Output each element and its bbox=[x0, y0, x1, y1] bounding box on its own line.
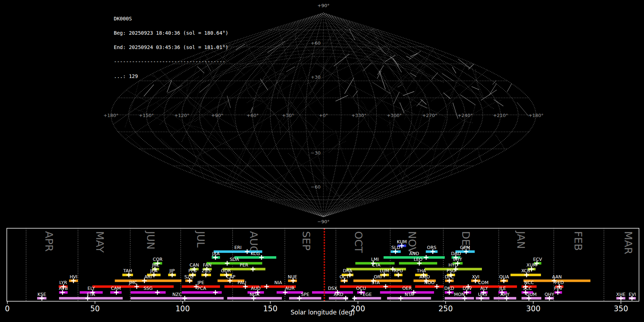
shower-code-label: LMI bbox=[371, 257, 379, 262]
begin-time-line: Beg: 20250923 18:40:36 (sol = 180.64°) bbox=[114, 31, 228, 35]
peak-marker bbox=[424, 255, 429, 260]
track-arc bbox=[383, 102, 449, 223]
shower-code-label: SCC bbox=[523, 286, 532, 291]
track-arc bbox=[259, 119, 319, 221]
track-arc bbox=[407, 25, 449, 89]
shower-dkd: DKD bbox=[444, 286, 454, 295]
header-separator: ------------------------------------- bbox=[114, 59, 228, 64]
shower-qhy: QHY bbox=[545, 292, 554, 301]
end-time-line: End: 20250924 03:45:36 (sol = 181.01°) bbox=[114, 45, 228, 50]
track-arc bbox=[288, 153, 390, 239]
track-arc bbox=[280, 16, 373, 128]
track-arc bbox=[238, 6, 307, 100]
peak-marker bbox=[213, 290, 218, 295]
shower-ors: ORS bbox=[426, 245, 438, 254]
sky-map-and-timeline-plot: +180°+150°+120°+90°+60°+30°+0°+330°+300°… bbox=[0, 0, 644, 322]
shower-ahy: AHY bbox=[494, 292, 516, 301]
month-label-may: MAY bbox=[94, 231, 106, 253]
map-longitude-label: +150° bbox=[139, 113, 154, 118]
meteor-segment bbox=[403, 92, 414, 96]
track-arc bbox=[307, 0, 365, 77]
track-arc bbox=[188, 126, 221, 145]
peak-marker bbox=[399, 296, 403, 301]
track-arc bbox=[360, 0, 403, 84]
shower-code-label: KCG bbox=[251, 251, 260, 256]
meteor-segment bbox=[251, 107, 253, 113]
shower-code-label: TAH bbox=[123, 268, 132, 273]
track-arc bbox=[264, 59, 288, 77]
meteor-segment bbox=[267, 42, 285, 53]
shower-code-label: AMO bbox=[419, 274, 430, 279]
track-arc bbox=[166, 77, 241, 164]
track-arc bbox=[62, 102, 181, 181]
shower-code-label: ORI bbox=[374, 274, 382, 279]
month-label-mar: MAR bbox=[622, 231, 634, 254]
shower-bar bbox=[289, 297, 321, 299]
track-arc bbox=[370, 73, 408, 112]
track-arc bbox=[267, 192, 298, 212]
shower-code-label: NOO bbox=[424, 280, 435, 285]
track-arc bbox=[278, 76, 286, 98]
meteor-segment bbox=[406, 56, 411, 58]
shower-code-label: DSX bbox=[328, 286, 337, 291]
track-arc bbox=[430, 85, 459, 102]
month-label-jul: JUL bbox=[195, 230, 207, 248]
track-arc bbox=[368, 0, 455, 47]
meteor-segment bbox=[336, 95, 348, 101]
x-tick-label-300: 300 bbox=[526, 304, 540, 313]
shower-code-label: HYD bbox=[448, 262, 458, 268]
track-arc bbox=[158, 100, 228, 230]
meteor-segment bbox=[453, 103, 458, 119]
track-arc bbox=[258, 74, 284, 89]
map-longitude-label: +300° bbox=[387, 113, 402, 118]
track-arc bbox=[448, 0, 483, 96]
peak-marker bbox=[435, 284, 439, 289]
track-arc bbox=[186, 131, 247, 220]
map-latitude-label: −30 bbox=[311, 150, 321, 156]
shower-bar bbox=[415, 286, 444, 288]
shower-sld: SLD bbox=[391, 245, 401, 254]
meteor-segment bbox=[410, 73, 416, 77]
track-arc bbox=[304, 0, 374, 102]
shower-code-label: CTA bbox=[372, 262, 380, 268]
track-arc bbox=[478, 150, 521, 263]
shower-jip: JIP bbox=[168, 268, 176, 277]
shower-bar bbox=[234, 256, 276, 259]
shower-code-label: PCA bbox=[197, 286, 206, 291]
x-tick-label-150: 150 bbox=[263, 304, 277, 313]
shower-kse: KSE bbox=[37, 292, 47, 301]
map-pole-label-top: +90° bbox=[317, 3, 330, 8]
meteor-segment bbox=[443, 93, 450, 99]
shower-code-label: FEV bbox=[554, 286, 563, 291]
shower-code-label: ALY bbox=[480, 286, 488, 291]
shower-bar bbox=[131, 297, 224, 299]
track-arc bbox=[291, 39, 308, 102]
meteor-segment bbox=[418, 104, 428, 108]
shower-code-label: DRA bbox=[343, 268, 352, 273]
track-arc bbox=[371, 30, 445, 70]
pole-fan-arc bbox=[240, 43, 407, 61]
shower-code-label: ELY bbox=[88, 286, 95, 291]
track-arc bbox=[245, 77, 302, 113]
pole-fan-arc bbox=[277, 30, 370, 40]
map-pole-label-bottom: −90° bbox=[317, 219, 330, 224]
shower-fev: FEV bbox=[554, 286, 563, 295]
shower-code-label: LEO bbox=[414, 257, 423, 262]
track-arc bbox=[239, 151, 262, 174]
shower-nue: NUE bbox=[288, 274, 297, 283]
shower-code-label: URS bbox=[478, 292, 487, 297]
meteor-segment bbox=[372, 82, 390, 94]
shower-bar bbox=[522, 297, 541, 299]
shower-bar bbox=[277, 291, 303, 294]
map-longitude-label: +60° bbox=[247, 113, 259, 118]
peak-marker bbox=[155, 290, 160, 295]
shower-code-label: MON bbox=[454, 292, 465, 297]
x-tick-label-50: 50 bbox=[90, 304, 100, 313]
shower-code-label: XCB bbox=[521, 268, 530, 273]
shower-jxa: JXA bbox=[212, 251, 220, 260]
map-latitude-label: +30 bbox=[311, 74, 321, 80]
shower-nda: NDA bbox=[227, 292, 282, 301]
track-arc bbox=[216, 98, 272, 203]
shower-cam: CAM bbox=[110, 286, 122, 295]
map-longitude-label: +0° bbox=[319, 113, 328, 118]
